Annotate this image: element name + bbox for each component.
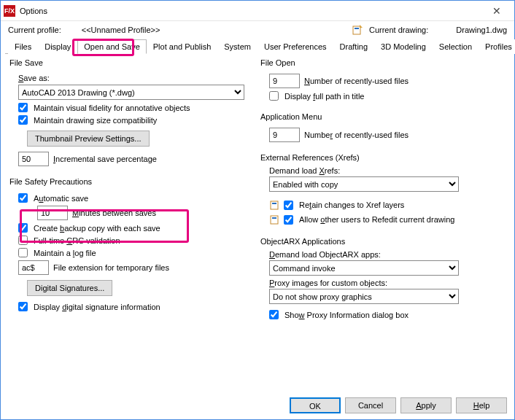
drawing-icon: [352, 24, 363, 36]
chk-visual-fidelity[interactable]: [18, 103, 28, 112]
tab-selection[interactable]: Selection: [433, 39, 479, 54]
temp-ext-input[interactable]: [18, 260, 49, 275]
demand-load-arx-label: Demand load ObjectARX apps:: [269, 250, 506, 259]
group-title-xrefs: External References (Xrefs): [260, 153, 506, 162]
appmenu-recent-label: Number of recently-used files: [304, 131, 408, 139]
chk-crc[interactable]: [18, 236, 28, 245]
chk-auto-save[interactable]: [18, 193, 28, 203]
chk-display-sig[interactable]: [18, 302, 28, 311]
temp-ext-label: File extension for temporary files: [53, 263, 169, 272]
save-as-combo[interactable]: AutoCAD 2013 Drawing (*.dwg): [18, 85, 244, 100]
svg-rect-2: [271, 201, 278, 209]
auto-save-minutes-label: Minutes between saves: [72, 209, 156, 217]
svg-rect-0: [353, 26, 360, 34]
current-profile-value: <<Unnamed Profile>>: [82, 26, 160, 34]
group-file-save: File Save Save as: AutoCAD 2013 Drawing …: [9, 58, 255, 171]
group-title-file-open: File Open: [260, 58, 506, 67]
tab-plot-publish[interactable]: Plot and Publish: [147, 39, 218, 54]
group-file-open: File Open Number of recently-used files …: [260, 58, 506, 106]
thumbnail-settings-button[interactable]: Thumbnail Preview Settings...: [27, 131, 150, 147]
svg-rect-4: [271, 216, 278, 224]
chk-size-compat[interactable]: [18, 115, 28, 125]
current-profile-label: Current profile:: [8, 26, 61, 34]
digital-signatures-button[interactable]: Digital Signatures...: [27, 280, 112, 296]
current-drawing-value: Drawing1.dwg: [456, 26, 507, 34]
proxy-images-combo[interactable]: Do not show proxy graphics: [269, 289, 459, 304]
lbl-show-proxy: Show Proxy Information dialog box: [284, 311, 408, 319]
tab-open-and-save[interactable]: Open and Save: [77, 39, 146, 54]
chk-log-file[interactable]: [18, 248, 28, 257]
ok-button[interactable]: OK: [290, 397, 341, 413]
demand-load-arx-combo[interactable]: Command invoke: [269, 260, 459, 276]
appmenu-recent-input[interactable]: [269, 128, 300, 142]
group-title-objectarx: ObjectARX Applications: [260, 237, 506, 246]
svg-rect-3: [272, 203, 276, 204]
options-dialog: F/X Options ✕ Current profile: <<Unnamed…: [0, 0, 515, 420]
chk-full-path[interactable]: [269, 91, 279, 101]
chk-show-proxy[interactable]: [269, 310, 279, 319]
proxy-images-label: Proxy images for custom objects:: [269, 279, 506, 287]
group-xrefs: External References (Xrefs) Demand load …: [260, 153, 506, 231]
left-column: File Save Save as: AutoCAD 2013 Drawing …: [7, 55, 258, 389]
lbl-backup-copy: Create backup copy with each save: [34, 224, 160, 233]
tab-profiles[interactable]: Profiles: [479, 39, 515, 54]
current-drawing-label: Current drawing:: [369, 26, 428, 34]
lbl-size-compat: Maintain drawing size compatibility: [34, 116, 157, 125]
recent-files-label: Number of recently-used files: [304, 77, 408, 85]
lbl-display-sig: Display digital signature information: [34, 303, 160, 311]
apply-button[interactable]: Apply: [400, 397, 452, 413]
tab-files[interactable]: Files: [8, 39, 38, 54]
tab-drafting[interactable]: Drafting: [333, 39, 375, 54]
chk-retain-xref[interactable]: [284, 201, 293, 210]
auto-save-minutes-input[interactable]: [37, 206, 68, 220]
tab-display[interactable]: Display: [38, 39, 77, 54]
group-file-safety: File Safety Precautions Automatic save M…: [9, 177, 255, 317]
drawing-icon: [269, 214, 281, 225]
svg-rect-5: [272, 217, 276, 219]
lbl-crc: Full-time CRC validation: [34, 236, 120, 245]
lbl-allow-refedit: Allow other users to Refedit current dra…: [299, 215, 454, 224]
help-button[interactable]: Help: [456, 397, 507, 413]
group-objectarx: ObjectARX Applications Demand load Objec…: [260, 237, 506, 325]
app-icon: F/X: [4, 5, 15, 17]
titlebar: F/X Options ✕: [1, 1, 514, 21]
recent-files-input[interactable]: [269, 74, 300, 88]
close-icon[interactable]: ✕: [482, 1, 511, 20]
tab-system[interactable]: System: [217, 39, 258, 54]
content-area: File Save Save as: AutoCAD 2013 Drawing …: [1, 54, 514, 389]
tab-strip: Files Display Open and Save Plot and Pub…: [5, 39, 510, 54]
right-column: File Open Number of recently-used files …: [258, 55, 508, 389]
chk-backup-copy[interactable]: [18, 223, 28, 233]
demand-load-xrefs-combo[interactable]: Enabled with copy: [269, 176, 459, 192]
profile-row: Current profile: <<Unnamed Profile>> Cur…: [1, 21, 514, 39]
lbl-full-path: Display full path in title: [284, 92, 364, 101]
group-title-file-safety: File Safety Precautions: [9, 177, 255, 186]
demand-load-xrefs-label: Demand load Xrefs:: [269, 166, 506, 175]
tab-user-preferences[interactable]: User Preferences: [258, 39, 333, 54]
group-app-menu: Application Menu Number of recently-used…: [260, 112, 506, 147]
lbl-visual-fidelity: Maintain visual fidelity for annotative …: [34, 104, 190, 112]
lbl-auto-save: Automatic save: [34, 194, 88, 203]
incremental-save-label: Incremental save percentage: [53, 155, 157, 163]
incremental-save-input[interactable]: [18, 152, 49, 166]
chk-allow-refedit[interactable]: [284, 215, 293, 225]
group-title-file-save: File Save: [9, 58, 255, 67]
lbl-retain-xref: Retain changes to Xref layers: [299, 201, 404, 209]
window-title: Options: [20, 7, 482, 15]
group-title-app-menu: Application Menu: [260, 112, 506, 121]
lbl-log-file: Maintain a log file: [34, 249, 96, 257]
svg-rect-1: [355, 28, 359, 29]
footer-buttons: OK Cancel Apply Help: [290, 397, 507, 413]
save-as-label: Save as:: [18, 74, 50, 82]
cancel-button[interactable]: Cancel: [345, 397, 396, 413]
tab-3d-modeling[interactable]: 3D Modeling: [374, 39, 433, 54]
drawing-icon: [269, 199, 281, 211]
